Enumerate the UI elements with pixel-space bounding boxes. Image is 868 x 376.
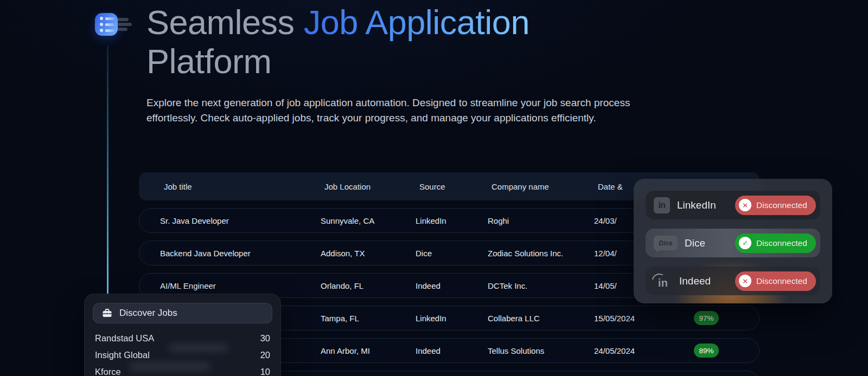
location-cell: Sunnyvale, CA xyxy=(321,216,416,225)
title-prefix: Seamless xyxy=(146,3,304,41)
page-title: Seamless Job ApplicationPlatform xyxy=(146,3,651,81)
discover-jobs-card: Discover Jobs Randstad USA 30 Insight Gl… xyxy=(84,294,281,376)
company-cell: Collabera LLC xyxy=(488,314,594,323)
timeline-accent-line xyxy=(107,46,108,300)
column-header-company-name: Company name xyxy=(492,182,598,191)
check-circle-icon: ✓ xyxy=(739,237,751,249)
connection-row-dice[interactable]: Dice Dice ✓ Disconnected xyxy=(646,229,820,257)
x-circle-icon: × xyxy=(739,199,751,211)
location-cell: Tampa, FL xyxy=(321,314,416,323)
app-logo xyxy=(95,13,130,36)
company-cell: Tellus Solutions xyxy=(488,346,594,355)
x-circle-icon: × xyxy=(739,275,751,287)
indeed-icon: in xyxy=(654,273,672,289)
source-cell: LinkedIn xyxy=(416,216,488,225)
connection-name: LinkedIn xyxy=(677,199,716,211)
status-badge[interactable]: ✓ Disconnected xyxy=(735,234,816,253)
status-badge[interactable]: × Disconnected xyxy=(735,196,816,215)
job-count: 20 xyxy=(260,350,270,360)
company-name: Kforce xyxy=(95,367,121,376)
location-cell: Orlando, FL xyxy=(321,281,416,290)
connection-row-indeed[interactable]: in Indeed × Disconnected xyxy=(646,267,820,295)
blurred-text xyxy=(129,362,210,371)
title-line2: Platform xyxy=(146,42,651,81)
company-name: Insight Global xyxy=(95,350,150,360)
connection-name: Dice xyxy=(685,237,705,249)
location-cell: Addison, TX xyxy=(321,249,416,258)
connections-card: in LinkedIn × Disconnected Dice Dice ✓ D… xyxy=(634,179,832,303)
discover-jobs-label: Discover Jobs xyxy=(119,308,177,319)
source-cell: Dice xyxy=(416,249,488,258)
source-cell: LinkedIn xyxy=(416,314,488,323)
company-name: Randstad USA xyxy=(95,333,154,343)
company-cell: DCTek Inc. xyxy=(488,281,594,290)
linkedin-icon: in xyxy=(654,197,670,213)
list-icon xyxy=(95,13,118,36)
connection-name: Indeed xyxy=(679,275,711,287)
job-count: 30 xyxy=(260,333,270,343)
date-cell: 15/05/2024 xyxy=(594,314,670,323)
dice-icon: Dice xyxy=(654,236,678,250)
job-title-cell: AI/ML Engineer xyxy=(160,281,321,290)
page-background: Seamless Job ApplicationPlatform Explore… xyxy=(0,0,868,376)
connection-row-linkedin[interactable]: in LinkedIn × Disconnected xyxy=(646,191,820,219)
discover-jobs-button[interactable]: Discover Jobs xyxy=(93,303,272,323)
briefcase-icon xyxy=(102,308,112,318)
location-cell: Ann Arbor, MI xyxy=(321,346,416,355)
status-badge[interactable]: × Disconnected xyxy=(735,271,816,291)
column-header-source: Source xyxy=(419,182,492,191)
source-cell: Indeed xyxy=(416,346,488,355)
company-cell: Roghi xyxy=(488,216,594,225)
company-cell: Zodiac Solutions Inc. xyxy=(488,249,594,258)
job-count: 10 xyxy=(260,367,270,376)
title-highlight: Job Application xyxy=(304,3,529,41)
blurred-text xyxy=(169,344,228,352)
status-label: Disconnected xyxy=(756,238,807,248)
hero-description: Explore the next generation of job appli… xyxy=(146,95,643,126)
date-cell: 24/05/2024 xyxy=(594,346,670,355)
column-header-job-title: Job title xyxy=(164,182,324,191)
status-label: Disconnected xyxy=(756,200,807,210)
hero-section: Seamless Job ApplicationPlatform Explore… xyxy=(146,3,651,126)
column-header-job-location: Job Location xyxy=(324,182,419,191)
job-title-cell: Sr. Java Developer xyxy=(160,216,321,225)
match-score-badge: 97% xyxy=(694,311,718,325)
status-label: Disconnected xyxy=(756,276,807,286)
job-title-cell: Backend Java Developer xyxy=(160,249,321,258)
source-cell: Indeed xyxy=(416,281,488,290)
match-score-badge: 89% xyxy=(694,343,718,358)
